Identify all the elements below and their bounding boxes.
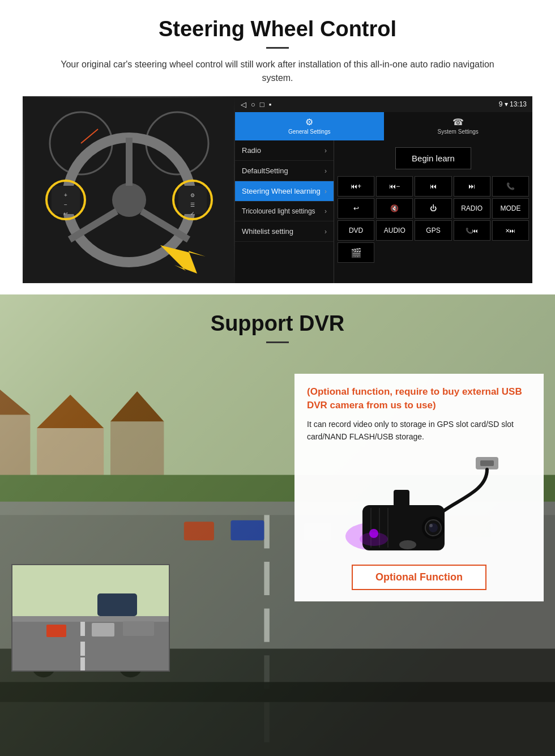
whitelist-label: Whitelist setting xyxy=(242,227,293,236)
svg-text:↩: ↩ xyxy=(63,211,68,216)
svg-text:−: − xyxy=(64,202,67,208)
dvr-info-card: (Optional function, require to buy exter… xyxy=(294,374,544,601)
steering-wheel-label: Steering Wheel learning xyxy=(242,187,321,195)
gear-icon: ⚙ xyxy=(305,117,313,127)
steering-wheel-section: Steering Wheel Control Your original car… xyxy=(0,0,555,294)
dvr-optional-text: (Optional function, require to buy exter… xyxy=(307,385,531,412)
steering-photo-inner: + − ↩ ⚙ ☰ ✓ xyxy=(23,96,235,283)
svg-rect-9 xyxy=(52,186,80,214)
dvr-inset-inner xyxy=(12,565,169,670)
dvr-section: Support DVR (Optional function, require … xyxy=(0,294,555,756)
tricoloured-label: Tricoloured light settings xyxy=(242,207,315,215)
svg-rect-51 xyxy=(80,622,85,636)
android-menu: Radio › DefaultSetting › Steering Wheel … xyxy=(235,140,334,283)
svg-point-69 xyxy=(429,524,433,527)
svg-point-5 xyxy=(112,183,146,217)
svg-rect-54 xyxy=(46,625,66,637)
menu-icon: ▪ xyxy=(269,100,272,109)
begin-learn-button[interactable]: Begin learn xyxy=(395,147,471,169)
ctrl-hangup[interactable]: ↩ xyxy=(338,198,374,219)
svg-text:+: + xyxy=(64,192,67,198)
section2-title: Support DVR xyxy=(0,311,555,336)
steering-photo: + − ↩ ⚙ ☰ ✓ xyxy=(23,96,235,283)
back-icon: ◁ xyxy=(241,100,246,109)
dvr-description: It can record video only to storage in G… xyxy=(307,418,531,443)
svg-rect-57 xyxy=(97,593,137,616)
svg-point-71 xyxy=(360,532,388,546)
ctrl-mode[interactable]: MODE xyxy=(492,198,529,219)
android-main: Begin learn ⏮+ ⏮− ⏮ ⏭ 📞 ↩ 🔇 ⏻ R xyxy=(334,140,532,283)
svg-rect-62 xyxy=(394,490,409,507)
screenshot-composite: + − ↩ ⚙ ☰ ✓ xyxy=(23,96,532,283)
home-icon: ○ xyxy=(251,100,255,109)
chevron-icon: › xyxy=(325,228,327,236)
ctrl-vol-up[interactable]: ⏮+ xyxy=(338,176,374,197)
svg-rect-31 xyxy=(264,562,269,595)
section2-divider xyxy=(266,341,289,343)
svg-rect-53 xyxy=(80,657,85,672)
svg-rect-14 xyxy=(178,186,207,214)
optional-function-button[interactable]: Optional Function xyxy=(352,565,486,590)
chevron-icon: › xyxy=(325,207,327,215)
ctrl-skip-next[interactable]: ✕⏭ xyxy=(492,220,529,241)
svg-text:⚙: ⚙ xyxy=(190,193,195,198)
menu-item-tricoloured[interactable]: Tricoloured light settings › xyxy=(235,202,334,221)
ctrl-mute[interactable]: 🔇 xyxy=(376,198,413,219)
ctrl-next-track[interactable]: ⏭ xyxy=(454,176,490,197)
dvr-camera-area xyxy=(307,451,531,553)
section2-inner: Support DVR xyxy=(0,294,555,343)
svg-rect-48 xyxy=(12,565,170,616)
section1-title: Steering Wheel Control xyxy=(23,17,532,41)
svg-rect-35 xyxy=(184,522,214,540)
menu-item-steering-wheel[interactable]: Steering Wheel learning › xyxy=(235,181,334,202)
svg-rect-56 xyxy=(123,621,154,636)
general-settings-tab[interactable]: ⚙ General Settings xyxy=(235,112,384,140)
dvr-camera-illustration xyxy=(328,451,510,553)
svg-rect-30 xyxy=(264,515,269,548)
dvr-inset-svg xyxy=(12,565,170,672)
ctrl-audio[interactable]: AUDIO xyxy=(376,220,413,241)
network-icon: ☎ xyxy=(452,117,464,127)
android-tabs: ⚙ General Settings ☎ System Settings xyxy=(235,112,532,140)
system-settings-label: System Settings xyxy=(438,129,479,135)
ctrl-vol-down[interactable]: ⏮− xyxy=(376,176,413,197)
statusbar-icons: ◁ ○ □ ▪ xyxy=(241,100,271,109)
section1-divider xyxy=(266,47,289,49)
svg-rect-52 xyxy=(80,642,85,656)
ctrl-phone-prev[interactable]: 📞⏮ xyxy=(454,220,490,241)
radio-label: Radio xyxy=(242,146,261,155)
dvr-inset-screenshot xyxy=(11,564,170,672)
ctrl-radio[interactable]: RADIO xyxy=(454,198,490,219)
ctrl-dvd[interactable]: DVD xyxy=(338,220,374,241)
recents-icon: □ xyxy=(260,100,264,109)
optional-function-container: Optional Function xyxy=(307,559,531,590)
chevron-icon: › xyxy=(325,147,327,155)
chevron-icon: › xyxy=(325,187,327,195)
ctrl-extra[interactable]: 🎬 xyxy=(338,242,374,263)
statusbar-time: 9 ▾ 13:13 xyxy=(499,100,527,108)
svg-point-72 xyxy=(399,540,416,549)
ctrl-power[interactable]: ⏻ xyxy=(415,198,451,219)
android-statusbar: ◁ ○ □ ▪ 9 ▾ 13:13 xyxy=(235,96,532,112)
menu-item-whitelist[interactable]: Whitelist setting › xyxy=(235,221,334,242)
control-grid: ⏮+ ⏮− ⏮ ⏭ 📞 ↩ 🔇 ⏻ RADIO MODE DVD AUDIO xyxy=(334,176,532,266)
svg-rect-36 xyxy=(230,520,264,540)
ctrl-phone[interactable]: 📞 xyxy=(492,176,529,197)
svg-text:✓: ✓ xyxy=(190,211,195,216)
chevron-icon: › xyxy=(325,167,327,175)
menu-item-radio[interactable]: Radio › xyxy=(235,140,334,161)
android-panel: ◁ ○ □ ▪ 9 ▾ 13:13 ⚙ General Settings ☎ S… xyxy=(235,96,532,283)
steering-wheel-illustration: + − ↩ ⚙ ☰ ✓ xyxy=(24,98,234,282)
menu-item-defaultsetting[interactable]: DefaultSetting › xyxy=(235,161,334,181)
svg-rect-60 xyxy=(480,460,494,466)
section1-subtitle: Your original car's steering wheel contr… xyxy=(45,58,510,85)
android-content: Radio › DefaultSetting › Steering Wheel … xyxy=(235,140,532,283)
general-settings-label: General Settings xyxy=(288,129,331,135)
defaultsetting-label: DefaultSetting xyxy=(242,166,288,175)
ctrl-prev-track[interactable]: ⏮ xyxy=(415,176,451,197)
system-settings-tab[interactable]: ☎ System Settings xyxy=(384,112,533,140)
svg-rect-55 xyxy=(92,623,114,637)
svg-text:☰: ☰ xyxy=(190,202,195,208)
svg-rect-32 xyxy=(264,609,269,642)
ctrl-gps[interactable]: GPS xyxy=(415,220,451,241)
